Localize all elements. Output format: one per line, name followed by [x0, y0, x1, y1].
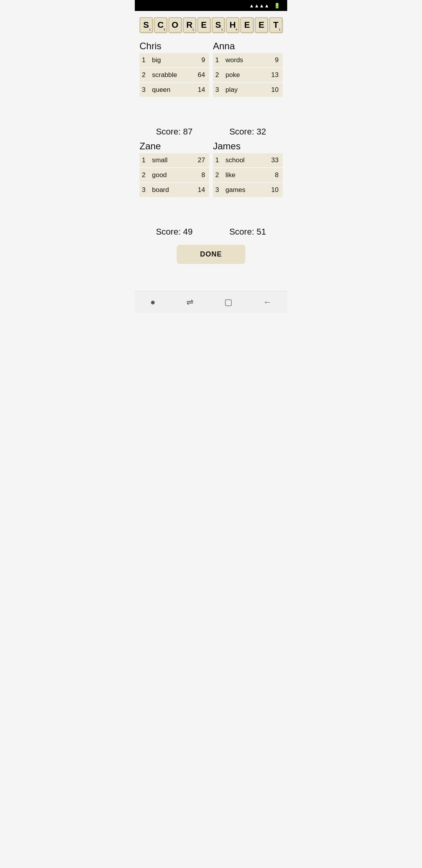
signal-icon: ▲▲▲▲ [249, 3, 269, 9]
top-scores-row: Score: 87Score: 32 [139, 121, 283, 141]
player-section-zane: Zane1small272good83board14 [139, 141, 209, 198]
entry-word: good [150, 171, 202, 179]
main-content: S1C3OR1ES1H4EET1Chris1big92scrabble643qu… [135, 11, 287, 291]
entry-word: poke [224, 71, 271, 79]
score-row-anna-2: 3play10 [213, 83, 283, 97]
player-name-anna: Anna [213, 41, 283, 52]
title-tile-1: C3 [154, 17, 167, 33]
entry-word: games [224, 186, 271, 194]
score-row-anna-1: 2poke13 [213, 68, 283, 82]
score-row-chris-1: 2scrabble64 [139, 68, 209, 82]
entry-num: 2 [215, 71, 224, 79]
title-tile-9: T1 [269, 17, 283, 33]
player-section-james: James1school332like83games10 [213, 141, 283, 198]
entry-points: 14 [198, 186, 207, 194]
bottom-scores-row: Score: 49Score: 51 [139, 221, 283, 241]
entry-num: 1 [142, 56, 150, 64]
entry-word: queen [150, 86, 198, 94]
entry-num: 2 [215, 171, 224, 179]
entry-word: words [224, 56, 275, 64]
nav-dot-icon[interactable]: ● [150, 297, 155, 307]
title-tile-0: S1 [139, 17, 153, 33]
entry-num: 3 [142, 86, 150, 94]
bottom-players-grid: Zane1small272good83board14James1school33… [139, 141, 283, 198]
score-row-james-1: 2like8 [213, 168, 283, 182]
entry-num: 3 [142, 186, 150, 194]
player-section-anna: Anna1words92poke133play10 [213, 41, 283, 98]
title-tile-3: R1 [183, 17, 196, 33]
title-tile-4: E [197, 17, 211, 33]
score-row-anna-0: 1words9 [213, 53, 283, 67]
score-total-anna: Score: 32 [213, 127, 283, 137]
title-tiles: S1C3OR1ES1H4EET1 [139, 17, 283, 33]
entry-points: 9 [275, 56, 280, 64]
entry-points: 27 [198, 156, 207, 164]
entry-points: 64 [198, 71, 207, 79]
entry-num: 2 [142, 171, 150, 179]
entry-word: school [224, 156, 271, 164]
entry-num: 3 [215, 86, 224, 94]
nav-home-icon[interactable]: ▢ [224, 297, 232, 307]
title-tile-6: H4 [226, 17, 239, 33]
entry-num: 2 [142, 71, 150, 79]
entry-num: 1 [215, 156, 224, 164]
score-row-chris-2: 3queen14 [139, 83, 209, 97]
player-name-james: James [213, 141, 283, 152]
player-name-zane: Zane [139, 141, 209, 152]
nav-recent-apps-icon[interactable]: ⇌ [186, 297, 193, 307]
entry-num: 3 [215, 186, 224, 194]
score-row-zane-2: 3board14 [139, 183, 209, 197]
top-players-grid: Chris1big92scrabble643queen14Anna1words9… [139, 41, 283, 98]
score-total-chris: Score: 87 [139, 127, 209, 137]
player-section-chris: Chris1big92scrabble643queen14 [139, 41, 209, 98]
entry-word: big [150, 56, 202, 64]
done-button[interactable]: DONE [177, 245, 245, 264]
entry-word: like [224, 171, 275, 179]
done-button-container: DONE [139, 241, 283, 270]
score-row-james-2: 3games10 [213, 183, 283, 197]
battery-icon: 🔋 [274, 3, 280, 9]
nav-back-icon[interactable]: ← [263, 297, 272, 307]
entry-num: 1 [215, 56, 224, 64]
title-tile-5: S1 [212, 17, 225, 33]
entry-points: 13 [271, 71, 280, 79]
entry-word: play [224, 86, 271, 94]
title-tile-2: O [168, 17, 182, 33]
score-total-james: Score: 51 [213, 227, 283, 237]
entry-points: 8 [202, 171, 207, 179]
entry-points: 10 [271, 186, 280, 194]
entry-points: 10 [271, 86, 280, 94]
entry-word: board [150, 186, 198, 194]
score-row-chris-0: 1big9 [139, 53, 209, 67]
score-row-zane-1: 2good8 [139, 168, 209, 182]
entry-word: small [150, 156, 198, 164]
score-row-zane-0: 1small27 [139, 153, 209, 167]
entry-num: 1 [142, 156, 150, 164]
score-row-james-0: 1school33 [213, 153, 283, 167]
entry-points: 8 [275, 171, 280, 179]
entry-points: 14 [198, 86, 207, 94]
entry-word: scrabble [150, 71, 198, 79]
score-total-zane: Score: 49 [139, 227, 209, 237]
title-tile-8: E [255, 17, 268, 33]
entry-points: 33 [271, 156, 280, 164]
player-name-chris: Chris [139, 41, 209, 52]
nav-bar: ● ⇌ ▢ ← [135, 291, 287, 313]
entry-points: 9 [202, 56, 207, 64]
status-bar: ▲▲▲▲ 🔋 [135, 0, 287, 11]
title-tile-7: E [240, 17, 254, 33]
